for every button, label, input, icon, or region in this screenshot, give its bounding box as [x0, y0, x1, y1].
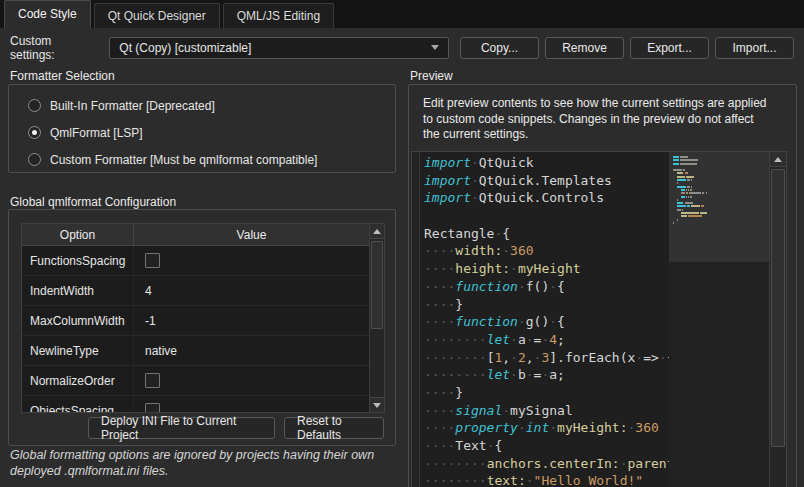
- table-scrollbar-thumb[interactable]: [371, 241, 383, 329]
- value-cell[interactable]: [134, 403, 369, 412]
- options-table-main: Option Value FunctionsSpacingIndentWidth…: [22, 224, 369, 412]
- preview-title: Preview: [410, 69, 453, 83]
- option-cell[interactable]: ObjectsSpacing: [22, 396, 134, 412]
- value-cell[interactable]: [134, 253, 369, 268]
- option-cell[interactable]: IndentWidth: [22, 276, 134, 305]
- table-scrollbar[interactable]: [369, 224, 384, 412]
- code-line: ····Text·{: [424, 438, 669, 456]
- code-line: ····signal·mySignal: [424, 403, 669, 421]
- code-preview-editor[interactable]: import·QtQuickimport·QtQuick.Templatesim…: [411, 151, 787, 487]
- option-cell[interactable]: MaxColumnWidth: [22, 306, 134, 335]
- radio-built-in-formatter-deprecated[interactable]: Built-In Formatter [Deprecated]: [9, 92, 395, 119]
- custom-settings-row: Custom settings: Qt (Copy) [customizable…: [10, 36, 794, 59]
- preview-description: Edit preview contents to see how the cur…: [409, 85, 781, 143]
- table-row-objectsspacing[interactable]: ObjectsSpacing: [22, 396, 369, 412]
- table-row-normalizeorder[interactable]: NormalizeOrder: [22, 366, 369, 396]
- scroll-down-icon[interactable]: [370, 397, 384, 412]
- code-area[interactable]: import·QtQuickimport·QtQuick.Templatesim…: [420, 152, 669, 487]
- formatter-selection-group: Built-In Formatter [Deprecated]QmlFormat…: [8, 84, 396, 173]
- combobox-value: Qt (Copy) [customizable]: [119, 41, 251, 55]
- code-line: ····function·f()·{: [424, 279, 669, 297]
- value-cell[interactable]: 4: [134, 284, 369, 298]
- editor-scrollbar[interactable]: [769, 152, 786, 487]
- custom-settings-label: Custom settings:: [10, 34, 99, 62]
- code-line: ········text:·"Hello World!": [424, 473, 669, 487]
- code-line: ········[1,·2,·3].forEach(x·=>·{: [424, 350, 669, 368]
- code-line: ········anchors.centerIn:·parent: [424, 456, 669, 474]
- column-header-value[interactable]: Value: [134, 224, 369, 245]
- radio-label: Built-In Formatter [Deprecated]: [50, 99, 215, 113]
- value-cell[interactable]: -1: [134, 314, 369, 328]
- code-line: ····height:·myHeight: [424, 261, 669, 279]
- settings-buttons: Copy...RemoveExport...Import...: [460, 37, 794, 59]
- code-line: ····}: [424, 385, 669, 403]
- code-line: ····}: [424, 297, 669, 315]
- checkbox-unchecked[interactable]: [145, 373, 160, 388]
- qmlformat-config-group: Option Value FunctionsSpacingIndentWidth…: [8, 209, 396, 446]
- tab-qml-js-editing[interactable]: QML/JS Editing: [223, 3, 334, 28]
- reset-to-defaults-button[interactable]: Reset to Defaults: [284, 417, 384, 439]
- code-line: ····width:·360: [424, 243, 669, 261]
- options-table-body: FunctionsSpacingIndentWidth4MaxColumnWid…: [22, 246, 369, 412]
- formatter-selection-title: Formatter Selection: [10, 69, 115, 83]
- deploy-ini-file-to-current-project-button[interactable]: Deploy INI File to Current Project: [88, 417, 275, 439]
- qmlformat-config-title: Global qmlformat Configuration: [10, 195, 176, 209]
- radio-qmlformat-lsp[interactable]: QmlFormat [LSP]: [9, 119, 395, 146]
- custom-settings-combobox[interactable]: Qt (Copy) [customizable]: [109, 37, 449, 59]
- tab-bar: Code StyleQt Quick DesignerQML/JS Editin…: [0, 0, 804, 28]
- code-line: import·QtQuick.Controls: [424, 190, 669, 208]
- chevron-down-icon: [431, 45, 439, 50]
- code-line: ········let·b·=·a;: [424, 367, 669, 385]
- scroll-up-icon[interactable]: [370, 224, 384, 239]
- options-table: Option Value FunctionsSpacingIndentWidth…: [21, 223, 385, 413]
- table-scrollbar-track[interactable]: [370, 239, 384, 397]
- code-line: ····function·g()·{: [424, 314, 669, 332]
- code-line: import·QtQuick: [424, 155, 669, 173]
- option-cell[interactable]: NormalizeOrder: [22, 366, 134, 395]
- code-line: import·QtQuick.Templates: [424, 173, 669, 191]
- radio-custom-formatter-must-be-qmlformat-compatible[interactable]: Custom Formatter [Must be qmlformat comp…: [9, 146, 395, 173]
- table-row-functionsspacing[interactable]: FunctionsSpacing: [22, 246, 369, 276]
- copy-button[interactable]: Copy...: [460, 37, 539, 59]
- tab-qt-quick-designer[interactable]: Qt Quick Designer: [94, 3, 220, 28]
- checkbox-unchecked[interactable]: [145, 403, 160, 412]
- table-row-maxcolumnwidth[interactable]: MaxColumnWidth-1: [22, 306, 369, 336]
- minimap-lines: [673, 156, 707, 225]
- editor-scrollbar-thumb[interactable]: [771, 169, 785, 447]
- radio-icon[interactable]: [28, 99, 41, 112]
- option-cell[interactable]: NewlineType: [22, 336, 134, 365]
- options-table-header: Option Value: [22, 224, 369, 246]
- import-button[interactable]: Import...: [715, 37, 794, 59]
- export-button[interactable]: Export...: [630, 37, 709, 59]
- editor-minimap[interactable]: [669, 152, 769, 487]
- code-line: ····property·int·myHeight:·360: [424, 420, 669, 438]
- code-line: Rectangle·{: [424, 226, 669, 244]
- option-cell[interactable]: FunctionsSpacing: [22, 246, 134, 275]
- value-cell[interactable]: [134, 373, 369, 388]
- radio-label: Custom Formatter [Must be qmlformat comp…: [50, 153, 317, 167]
- radio-icon[interactable]: [28, 153, 41, 166]
- table-row-newlinetype[interactable]: NewlineTypenative: [22, 336, 369, 366]
- scroll-up-icon[interactable]: [770, 152, 786, 167]
- preview-group: Edit preview contents to see how the cur…: [408, 84, 797, 487]
- code-line: [424, 208, 669, 226]
- editor-gutter: [412, 152, 420, 487]
- radio-icon[interactable]: [28, 126, 41, 139]
- remove-button[interactable]: Remove: [545, 37, 624, 59]
- tab-code-style[interactable]: Code Style: [4, 0, 91, 28]
- checkbox-unchecked[interactable]: [145, 253, 160, 268]
- table-row-indentwidth[interactable]: IndentWidth4: [22, 276, 369, 306]
- column-header-option[interactable]: Option: [22, 224, 134, 245]
- code-line: ········let·a·=·4;: [424, 332, 669, 350]
- editor-scrollbar-track[interactable]: [770, 167, 786, 487]
- value-cell[interactable]: native: [134, 344, 369, 358]
- config-buttons: Deploy INI File to Current ProjectReset …: [88, 417, 384, 439]
- global-formatting-note: Global formatting options are ignored by…: [10, 448, 394, 479]
- radio-label: QmlFormat [LSP]: [50, 126, 143, 140]
